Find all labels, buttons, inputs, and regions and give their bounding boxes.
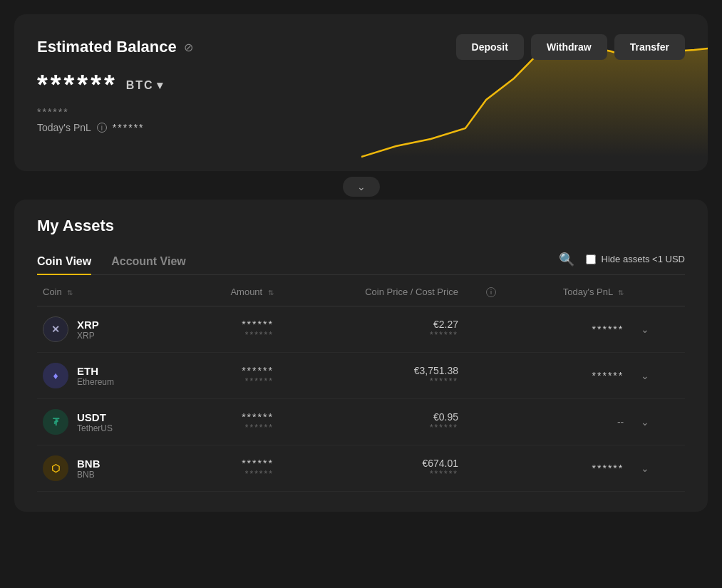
assets-table: Coin ⇅ Amount ⇅ Coin Price / Cost Price … — [37, 275, 685, 492]
tabs-right: 🔍 Hide assets <1 USD — [559, 252, 685, 273]
tabs-row: Coin View Account View 🔍 Hide assets <1 … — [37, 249, 685, 275]
currency-label: BTC — [126, 79, 154, 92]
table-row: ✕ XRP XRP ****** ****** €2.27 ****** ***… — [37, 306, 685, 353]
amount-main-0: ****** — [189, 319, 274, 330]
col-coin[interactable]: Coin ⇅ — [37, 275, 183, 306]
price-info-cell-0 — [464, 306, 502, 353]
amount-sub-2: ****** — [189, 423, 274, 433]
col-expand — [629, 275, 685, 306]
amount-main-1: ****** — [189, 365, 274, 376]
search-button[interactable]: 🔍 — [559, 252, 574, 267]
price-main-1: €3,751.38 — [285, 365, 458, 376]
table-header-row: Coin ⇅ Amount ⇅ Coin Price / Cost Price … — [37, 275, 685, 306]
col-price: Coin Price / Cost Price — [279, 275, 464, 306]
balance-amount-masked: ****** — [37, 70, 118, 100]
assets-card: My Assets Coin View Account View 🔍 Hide … — [14, 200, 708, 512]
amount-cell-2: ****** ****** — [183, 399, 279, 445]
transfer-button[interactable]: Transfer — [614, 34, 685, 60]
withdraw-button[interactable]: Withdraw — [531, 34, 607, 60]
coin-icon-bnb: ⬡ — [43, 455, 68, 481]
price-sub-3: ****** — [285, 469, 458, 479]
pnl-main-1: ****** — [592, 370, 624, 381]
pnl-dash-2: -- — [617, 416, 624, 428]
amount-cell-0: ****** ****** — [183, 306, 279, 353]
action-buttons: Deposit Withdraw Transfer — [456, 34, 685, 60]
pnl-info-icon: i — [97, 123, 107, 133]
tab-coin-view[interactable]: Coin View — [37, 249, 91, 275]
col-amount[interactable]: Amount ⇅ — [183, 275, 279, 306]
tabs-left: Coin View Account View — [37, 249, 206, 274]
balance-amount-row: ****** BTC ▾ — [37, 70, 685, 100]
pnl-label: Today's PnL — [37, 122, 91, 133]
expand-button[interactable]: ⌄ — [343, 177, 380, 197]
coin-name-3: BNB — [77, 458, 100, 470]
price-info-cell-1 — [464, 353, 502, 399]
table-row: ₮ USDT TetherUS ****** ****** €0.95 ****… — [37, 399, 685, 445]
coin-name-2: USDT — [77, 411, 113, 423]
expand-row-button-0[interactable]: ⌄ — [635, 321, 655, 338]
expand-cell-1: ⌄ — [629, 353, 685, 399]
coin-ticker-3: BNB — [77, 470, 100, 480]
balance-sub-masked: ****** — [37, 106, 685, 118]
price-main-0: €2.27 — [285, 319, 458, 330]
expand-icon: ⌄ — [357, 181, 366, 192]
col-pnl[interactable]: Today's PnL ⇅ — [502, 275, 629, 306]
pnl-cell-0: ****** — [502, 306, 629, 353]
expand-row-button-2[interactable]: ⌄ — [635, 413, 655, 430]
coin-cell-2: ₮ USDT TetherUS — [37, 399, 183, 445]
currency-selector[interactable]: BTC ▾ — [126, 78, 164, 92]
hide-assets-checkbox[interactable] — [586, 254, 596, 264]
pnl-cell-2: -- — [502, 399, 629, 445]
coin-ticker-0: XRP — [77, 331, 99, 341]
pnl-cell-1: ****** — [502, 353, 629, 399]
hide-assets-text: Hide assets <1 USD — [602, 254, 685, 264]
pnl-main-0: ****** — [592, 324, 624, 335]
coin-ticker-2: TetherUS — [77, 423, 113, 433]
expand-row-button-3[interactable]: ⌄ — [635, 460, 655, 477]
pnl-row: Today's PnL i ****** — [37, 122, 685, 133]
hide-balance-icon[interactable]: ⊘ — [184, 41, 193, 54]
tab-account-view[interactable]: Account View — [111, 249, 186, 275]
hide-assets-label[interactable]: Hide assets <1 USD — [586, 254, 685, 264]
price-cell-1: €3,751.38 ****** — [279, 353, 464, 399]
price-info-cell-3 — [464, 445, 502, 492]
currency-dropdown-icon: ▾ — [157, 78, 164, 92]
coin-icon-usdt: ₮ — [43, 409, 68, 435]
table-row: ♦ ETH Ethereum ****** ****** €3,751.38 *… — [37, 353, 685, 399]
amount-main-2: ****** — [189, 411, 274, 423]
assets-title: My Assets — [37, 217, 685, 235]
price-info-icon: i — [486, 287, 496, 297]
expand-cell-3: ⌄ — [629, 445, 685, 492]
coin-cell-3: ⬡ BNB BNB — [37, 445, 183, 492]
coin-cell-1: ♦ ETH Ethereum — [37, 353, 183, 399]
pnl-cell-3: ****** — [502, 445, 629, 492]
price-main-2: €0.95 — [285, 411, 458, 423]
deposit-button[interactable]: Deposit — [456, 34, 524, 60]
coin-ticker-1: Ethereum — [77, 377, 114, 387]
amount-sub-3: ****** — [189, 469, 274, 479]
price-cell-2: €0.95 ****** — [279, 399, 464, 445]
pnl-value-masked: ****** — [113, 122, 145, 133]
price-info-cell-2 — [464, 399, 502, 445]
pnl-sort-icon: ⇅ — [618, 289, 624, 296]
expand-btn-row: ⌄ — [14, 177, 708, 197]
price-sub-1: ****** — [285, 376, 458, 386]
amount-main-3: ****** — [189, 458, 274, 469]
pnl-main-3: ****** — [592, 463, 624, 474]
price-cell-3: €674.01 ****** — [279, 445, 464, 492]
coin-icon-xrp: ✕ — [43, 316, 68, 342]
amount-sub-1: ****** — [189, 376, 274, 386]
balance-card: Estimated Balance ⊘ Deposit Withdraw Tra… — [14, 14, 708, 171]
expand-cell-0: ⌄ — [629, 306, 685, 353]
coin-name-1: ETH — [77, 365, 114, 377]
amount-sort-icon: ⇅ — [268, 289, 274, 296]
amount-sub-0: ****** — [189, 330, 274, 340]
price-sub-0: ****** — [285, 330, 458, 340]
coin-icon-eth: ♦ — [43, 363, 68, 388]
expand-cell-2: ⌄ — [629, 399, 685, 445]
table-row: ⬡ BNB BNB ****** ****** €674.01 ****** *… — [37, 445, 685, 492]
price-main-3: €674.01 — [285, 458, 458, 469]
expand-row-button-1[interactable]: ⌄ — [635, 367, 655, 384]
price-sub-2: ****** — [285, 423, 458, 433]
balance-title: Estimated Balance — [37, 38, 177, 56]
